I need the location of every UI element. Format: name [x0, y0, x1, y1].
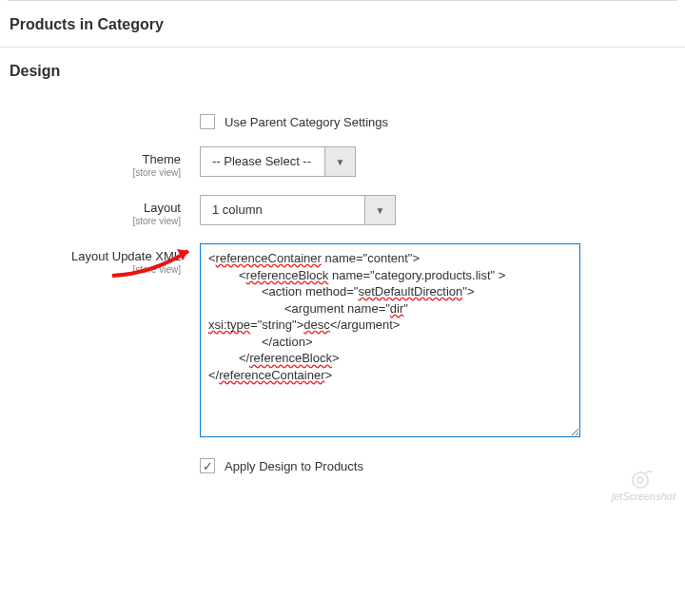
chevron-down-icon: ▼	[364, 196, 395, 224]
theme-scope: [store view]	[0, 167, 181, 178]
layout-scope: [store view]	[0, 216, 181, 226]
layout-select[interactable]: 1 column ▼	[200, 195, 396, 225]
row-layout-xml: Layout Update XML [store view] <referenc…	[0, 243, 685, 437]
watermark-text: jetScreenshot	[612, 491, 675, 502]
svg-point-0	[633, 472, 648, 488]
layout-label: Layout	[144, 201, 181, 215]
apply-to-products-label: Apply Design to Products	[225, 459, 363, 473]
row-layout: Layout [store view] 1 column ▼	[0, 195, 685, 226]
layout-xml-label: Layout Update XML	[71, 249, 181, 263]
section-title: Design	[10, 63, 60, 79]
section-products-in-category[interactable]: Products in Category	[0, 1, 685, 48]
layout-select-value: 1 column	[201, 196, 364, 224]
layout-xml-textarea[interactable]: <referenceContainer name="content"> <ref…	[200, 243, 580, 437]
layout-xml-scope: [store view]	[0, 264, 181, 275]
section-title: Products in Category	[10, 16, 164, 32]
row-apply-to-products: Apply Design to Products	[0, 454, 685, 473]
theme-select-value: -- Please Select --	[201, 147, 324, 176]
row-use-parent: Use Parent Category Settings	[0, 110, 685, 129]
use-parent-checkbox[interactable]	[200, 114, 215, 129]
theme-label: Theme	[143, 152, 181, 166]
chevron-down-icon: ▼	[324, 147, 355, 176]
row-theme: Theme [store view] -- Please Select -- ▼	[0, 146, 685, 178]
apply-to-products-checkbox[interactable]	[200, 458, 215, 473]
use-parent-label: Use Parent Category Settings	[225, 115, 388, 129]
theme-select[interactable]: -- Please Select -- ▼	[200, 146, 356, 177]
section-design[interactable]: Design	[0, 48, 685, 93]
svg-point-1	[637, 477, 643, 483]
